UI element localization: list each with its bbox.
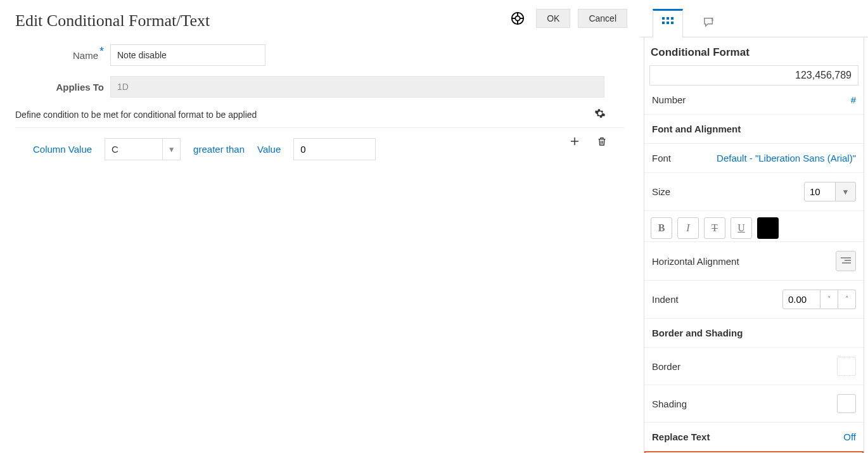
italic-button[interactable]: I — [677, 217, 699, 239]
shading-label: Shading — [652, 399, 687, 409]
indent-label: Indent — [652, 294, 679, 305]
svg-rect-8 — [662, 17, 665, 20]
name-label: Name* — [15, 49, 110, 62]
font-color-swatch[interactable] — [757, 217, 779, 239]
indent-up-icon[interactable]: ˄ — [838, 290, 856, 309]
tab-format[interactable] — [653, 9, 683, 37]
number-value-link[interactable]: # — [851, 94, 856, 105]
applies-to-label: Applies To — [15, 82, 110, 93]
indent-input[interactable] — [782, 290, 820, 309]
font-label: Font — [652, 153, 671, 163]
indent-down-icon[interactable]: ˅ — [820, 290, 838, 309]
cancel-button[interactable]: Cancel — [578, 9, 627, 28]
font-value-link[interactable]: Default - "Liberation Sans (Arial)" — [717, 153, 856, 163]
value-label-link[interactable]: Value — [257, 144, 281, 155]
shading-picker[interactable] — [837, 394, 856, 413]
number-label: Number — [652, 94, 686, 105]
name-input[interactable] — [110, 44, 265, 66]
bold-button[interactable]: B — [651, 217, 672, 239]
tab-comment[interactable]: $ — [694, 9, 724, 37]
border-label: Border — [652, 361, 680, 372]
border-picker[interactable] — [837, 357, 856, 376]
trash-icon[interactable] — [597, 136, 607, 149]
svg-rect-11 — [662, 22, 665, 24]
ok-button[interactable]: OK — [536, 9, 570, 28]
svg-rect-9 — [667, 17, 669, 20]
column-combo[interactable]: C ▼ — [105, 138, 181, 160]
operator-link[interactable]: greater than — [193, 144, 245, 155]
size-label: Size — [652, 186, 670, 197]
svg-rect-10 — [671, 17, 673, 20]
font-section-header: Font and Alignment — [644, 114, 864, 143]
help-icon[interactable] — [511, 11, 525, 25]
format-preview: 123,456,789 — [649, 65, 858, 86]
align-right-icon[interactable] — [836, 251, 856, 271]
chevron-down-icon[interactable]: ▼ — [162, 139, 180, 160]
replace-text-label: Replace Text — [652, 431, 710, 442]
svg-rect-12 — [667, 22, 669, 24]
halign-label: Horizontal Alignment — [652, 256, 739, 267]
condition-description: Define condition to be met for condition… — [15, 110, 257, 120]
size-dropdown-icon[interactable]: ▼ — [836, 182, 856, 201]
gear-icon[interactable] — [594, 108, 606, 121]
add-icon[interactable] — [569, 136, 580, 149]
underline-button[interactable]: U — [731, 217, 752, 239]
border-section-header: Border and Shading — [644, 318, 864, 347]
svg-rect-13 — [671, 22, 673, 24]
size-input[interactable] — [804, 182, 836, 201]
strikethrough-button[interactable]: T — [704, 217, 725, 239]
value-input[interactable] — [293, 138, 376, 160]
svg-point-1 — [516, 16, 520, 20]
panel-title: Conditional Format — [644, 37, 864, 65]
svg-text:$: $ — [712, 17, 714, 22]
column-combo-value: C — [105, 139, 162, 160]
applies-to-input — [110, 76, 604, 98]
column-value-link[interactable]: Column Value — [33, 144, 92, 155]
replace-text-value-link[interactable]: Off — [843, 431, 856, 442]
